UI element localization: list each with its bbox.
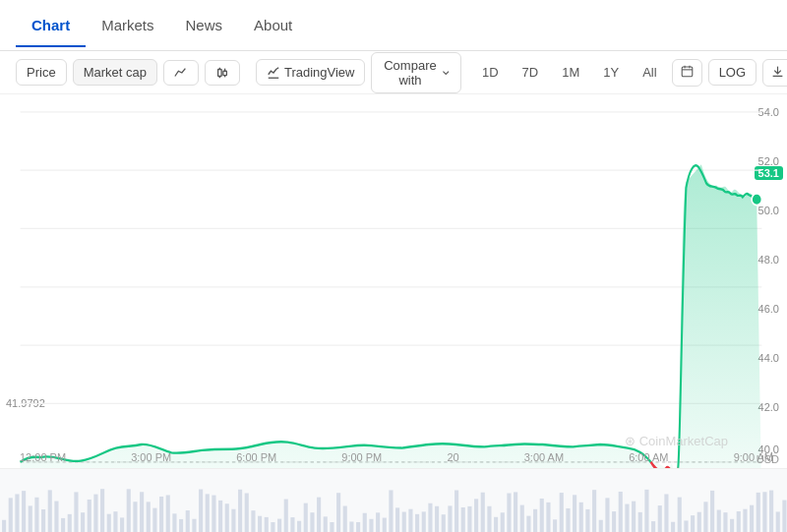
x-label-600pm: 6:00 PM: [236, 451, 276, 463]
svg-rect-77: [363, 513, 367, 532]
svg-rect-22: [2, 520, 6, 532]
svg-rect-76: [356, 522, 360, 532]
svg-rect-116: [619, 492, 623, 532]
log-button[interactable]: LOG: [708, 59, 757, 86]
tab-chart[interactable]: Chart: [16, 3, 86, 47]
svg-rect-23: [9, 498, 13, 532]
svg-rect-37: [100, 489, 104, 532]
svg-rect-50: [186, 510, 190, 532]
svg-rect-114: [605, 498, 609, 532]
svg-rect-96: [487, 506, 491, 532]
candlestick-button[interactable]: [205, 60, 240, 86]
compare-button[interactable]: Compare with: [371, 52, 460, 93]
svg-rect-126: [684, 520, 688, 532]
svg-rect-93: [467, 506, 471, 532]
svg-rect-25: [22, 491, 26, 532]
svg-rect-73: [336, 493, 340, 532]
tab-bar: Chart Markets News About: [0, 0, 787, 51]
svg-rect-33: [74, 492, 78, 532]
svg-rect-28: [41, 509, 45, 532]
svg-rect-99: [507, 493, 511, 532]
svg-rect-136: [750, 505, 754, 532]
svg-rect-31: [61, 518, 65, 532]
svg-rect-105: [546, 502, 550, 532]
calendar-button[interactable]: [672, 59, 702, 87]
svg-rect-38: [107, 514, 111, 532]
svg-rect-134: [737, 511, 741, 532]
svg-rect-72: [330, 522, 333, 532]
svg-rect-39: [113, 511, 117, 532]
tradingview-button[interactable]: TradingView: [256, 59, 366, 86]
svg-rect-45: [152, 508, 156, 532]
svg-rect-40: [120, 517, 124, 532]
svg-rect-115: [612, 511, 616, 532]
svg-rect-51: [192, 519, 196, 532]
svg-rect-135: [743, 509, 747, 532]
tab-about[interactable]: About: [238, 3, 308, 47]
svg-rect-79: [376, 512, 380, 532]
svg-rect-49: [179, 519, 183, 532]
svg-rect-123: [664, 494, 668, 532]
svg-rect-107: [560, 493, 564, 532]
svg-rect-43: [140, 492, 144, 532]
svg-rect-129: [703, 502, 707, 532]
svg-rect-102: [526, 516, 530, 532]
svg-rect-26: [29, 505, 32, 532]
svg-rect-32: [68, 514, 72, 532]
time-1m[interactable]: 1M: [553, 59, 588, 86]
svg-rect-131: [717, 510, 721, 532]
svg-rect-60: [251, 510, 255, 532]
svg-rect-128: [697, 512, 701, 532]
svg-rect-70: [317, 498, 321, 532]
svg-rect-89: [442, 514, 446, 532]
tab-markets[interactable]: Markets: [86, 3, 169, 47]
x-axis-labels: 12:00 PM 3:00 PM 6:00 PM 9:00 PM 20 3:00…: [0, 451, 787, 463]
x-label-1200pm: 12:00 PM: [20, 451, 66, 463]
x-label-300am: 3:00 AM: [524, 451, 564, 463]
svg-rect-91: [454, 491, 458, 532]
svg-rect-64: [277, 519, 281, 532]
chart-toolbar: Price Market cap TradingView Compare wit…: [0, 51, 787, 94]
svg-rect-109: [573, 495, 576, 532]
time-1d[interactable]: 1D: [473, 59, 508, 86]
svg-rect-101: [520, 505, 524, 532]
line-chart-button[interactable]: [163, 60, 199, 86]
svg-rect-130: [710, 491, 714, 532]
svg-rect-88: [435, 506, 439, 532]
svg-rect-61: [258, 516, 262, 532]
svg-rect-71: [324, 516, 328, 532]
svg-rect-81: [389, 490, 393, 532]
svg-rect-125: [678, 498, 682, 532]
svg-rect-110: [579, 502, 583, 532]
download-button[interactable]: [762, 59, 787, 87]
svg-rect-117: [625, 504, 629, 532]
svg-rect-54: [212, 496, 215, 532]
svg-rect-132: [723, 512, 727, 532]
chart-area: 54.0 52.0 50.0 48.0 46.0 44.0 42.0 40.0 …: [0, 94, 787, 532]
svg-rect-118: [632, 502, 636, 532]
time-7d[interactable]: 7D: [514, 59, 548, 86]
svg-rect-108: [566, 508, 570, 532]
svg-rect-87: [428, 503, 432, 532]
svg-rect-35: [88, 500, 91, 532]
svg-rect-138: [762, 492, 766, 532]
svg-rect-34: [81, 512, 85, 532]
svg-rect-58: [238, 490, 242, 532]
svg-rect-122: [658, 505, 662, 532]
svg-rect-84: [408, 509, 412, 532]
price-button[interactable]: Price: [16, 59, 67, 86]
svg-rect-85: [415, 514, 419, 532]
svg-rect-75: [349, 521, 353, 532]
x-label-900pm: 9:00 PM: [341, 451, 382, 463]
svg-point-21: [752, 194, 761, 206]
svg-rect-55: [218, 501, 222, 532]
x-label-20: 20: [447, 451, 458, 463]
svg-rect-68: [304, 503, 308, 532]
svg-rect-83: [402, 512, 406, 532]
svg-rect-103: [533, 509, 537, 532]
time-1y[interactable]: 1Y: [594, 59, 628, 86]
time-all[interactable]: All: [634, 59, 665, 86]
marketcap-button[interactable]: Market cap: [73, 59, 157, 86]
tab-news[interactable]: News: [170, 3, 239, 47]
svg-rect-59: [245, 494, 249, 532]
